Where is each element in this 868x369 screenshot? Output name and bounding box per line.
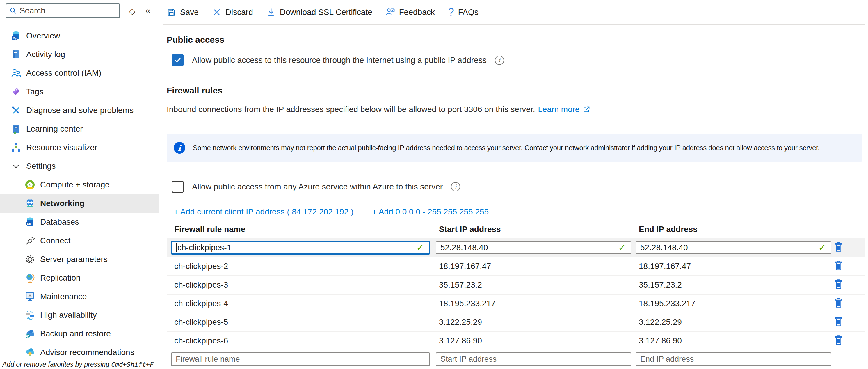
tools-icon (10, 105, 22, 116)
sidebar-item-label: Diagnose and solve problems (26, 105, 133, 115)
sidebar-item-maintenance[interactable]: Maintenance (0, 287, 159, 306)
sidebar-menu: My Overview Activity log (0, 27, 159, 362)
sidebar-item-label: Databases (40, 217, 79, 227)
sidebar-item-access-control[interactable]: Access control (IAM) (0, 64, 159, 82)
sidebar-item-label: Activity log (26, 50, 65, 59)
replication-globe-icon (25, 272, 35, 283)
networking-globe-icon (25, 198, 35, 209)
end-ip-cell: 3.122.25.29 (639, 317, 682, 327)
rule-name-input[interactable]: ch-clickpipes-1 ✓ (171, 241, 430, 255)
sidebar-item-label: Networking (40, 199, 84, 208)
compute-storage-icon: $ (25, 179, 35, 190)
save-icon (167, 7, 176, 17)
firewall-rules-heading: Firewall rules (167, 86, 222, 95)
new-start-ip-input[interactable] (436, 352, 631, 366)
text-caret (176, 243, 177, 252)
azure-services-checkbox-label: Allow public access from any Azure servi… (192, 182, 443, 191)
rule-name-cell: ch-clickpipes-4 (174, 299, 228, 308)
high-availability-icon (25, 310, 35, 321)
favorites-shortcut: Cmd+Shift+F (112, 361, 154, 368)
sidebar-item-diagnose[interactable]: Diagnose and solve problems (0, 101, 159, 120)
tag-icon (10, 86, 22, 97)
sidebar-item-advisor-recommendations[interactable]: Advisor recommendations (0, 343, 159, 362)
sidebar-item-replication[interactable]: Replication (0, 269, 159, 287)
start-ip-cell: 18.195.233.217 (439, 299, 496, 308)
delete-rule-button[interactable] (834, 335, 843, 347)
download-ssl-label: Download SSL Certificate (280, 7, 372, 17)
feedback-button[interactable]: Feedback (386, 7, 435, 17)
toolbar-divider (163, 25, 865, 25)
sidebar-item-label: Connect (40, 236, 70, 245)
diamond-icon[interactable]: ◇ (129, 6, 135, 16)
sidebar-item-label: High availability (40, 310, 97, 320)
new-end-ip-input[interactable] (636, 352, 831, 366)
download-icon (267, 7, 276, 17)
sidebar-item-label: Tags (26, 87, 43, 96)
sidebar: ◇ « My Overview Activity (0, 0, 163, 369)
sidebar-item-settings-group[interactable]: Settings (0, 157, 159, 176)
public-access-checkbox[interactable] (172, 54, 184, 66)
external-link-icon (583, 105, 590, 113)
info-icon[interactable]: i (451, 182, 460, 191)
rule-name-cell: ch-clickpipes-3 (174, 280, 228, 289)
plug-icon (25, 235, 35, 246)
sidebar-item-learning-center[interactable]: 101 Learning center (0, 120, 159, 138)
databases-icon: DB (25, 216, 35, 227)
end-ip-cell: 18.195.233.217 (639, 299, 695, 308)
firewall-description-row: Inbound connections from the IP addresse… (167, 105, 590, 114)
sidebar-item-high-availability[interactable]: High availability (0, 306, 159, 325)
sidebar-item-label: Overview (26, 31, 60, 40)
valid-check-icon: ✓ (416, 242, 424, 253)
feedback-label: Feedback (399, 7, 435, 17)
learn-more-link[interactable]: Learn more (538, 105, 580, 114)
people-icon (10, 67, 22, 79)
sidebar-item-label: Compute + storage (40, 180, 110, 189)
add-range-link[interactable]: + Add 0.0.0.0 - 255.255.255.255 (372, 207, 489, 216)
public-access-checkbox-row: Allow public access to this resource thr… (172, 54, 504, 66)
sidebar-item-label: Settings (26, 161, 56, 171)
banner-text: Some network environments may not report… (193, 144, 820, 152)
add-client-ip-link[interactable]: + Add current client IP address ( 84.172… (174, 207, 353, 216)
firewall-rule-row: ch-clickpipes-2 18.197.167.47 18.197.167… (167, 257, 865, 276)
discard-button[interactable]: Discard (212, 7, 253, 17)
delete-rule-button[interactable] (834, 298, 843, 309)
firewall-rules-table: ch-clickpipes-1 ✓ 52.28.148.40 ✓ 52.28.1… (167, 238, 865, 368)
azure-services-checkbox-row: Allow public access from any Azure servi… (172, 181, 460, 193)
question-mark-icon: ? (448, 6, 454, 18)
svg-text:DB: DB (27, 222, 31, 225)
download-ssl-button[interactable]: Download SSL Certificate (267, 7, 372, 17)
new-rule-name-input[interactable] (171, 352, 430, 366)
sidebar-item-overview[interactable]: My Overview (0, 27, 159, 45)
save-button[interactable]: Save (167, 7, 199, 17)
sidebar-item-databases[interactable]: DB Databases (0, 213, 159, 232)
sidebar-item-connect[interactable]: Connect (0, 232, 159, 250)
delete-rule-button[interactable] (834, 316, 843, 328)
sidebar-search[interactable] (6, 3, 120, 18)
delete-rule-button[interactable] (834, 260, 843, 272)
sidebar-item-compute-storage[interactable]: $ Compute + storage (0, 176, 159, 194)
start-ip-input[interactable]: 52.28.148.40 ✓ (436, 241, 631, 254)
sidebar-item-backup-restore[interactable]: Backup and restore (0, 325, 159, 343)
sidebar-item-networking[interactable]: Networking (0, 194, 159, 213)
firewall-rule-row: ch-clickpipes-6 3.127.86.90 3.127.86.90 (167, 332, 865, 350)
public-access-checkbox-label: Allow public access to this resource thr… (192, 56, 487, 65)
sidebar-item-tags[interactable]: Tags (0, 82, 159, 101)
end-ip-input[interactable]: 52.28.148.40 ✓ (636, 241, 831, 254)
search-input[interactable] (20, 6, 116, 16)
sidebar-item-server-parameters[interactable]: Server parameters (0, 250, 159, 269)
advisor-cloud-icon (25, 347, 35, 358)
azure-services-checkbox[interactable] (172, 181, 184, 193)
collapse-sidebar-icon[interactable]: « (146, 5, 151, 16)
rule-name-cell: ch-clickpipes-6 (174, 336, 228, 345)
backup-cloud-icon (25, 328, 35, 339)
banner-info-icon: i (174, 142, 185, 154)
command-bar: Save Discard Download SSL Certificate Fe… (167, 0, 478, 25)
delete-rule-button[interactable] (834, 242, 843, 253)
info-icon[interactable]: i (495, 56, 504, 65)
valid-check-icon: ✓ (818, 242, 826, 253)
discard-x-icon (212, 7, 221, 17)
delete-rule-button[interactable] (834, 279, 843, 291)
sidebar-item-resource-visualizer[interactable]: Resource visualizer (0, 138, 159, 157)
faqs-button[interactable]: ? FAQs (448, 6, 478, 18)
sidebar-item-activity-log[interactable]: Activity log (0, 45, 159, 64)
